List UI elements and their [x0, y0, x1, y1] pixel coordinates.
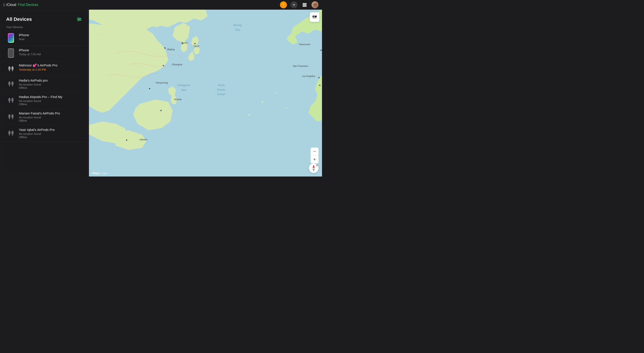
device-icon-airpods-yasir — [6, 128, 16, 138]
svg-point-41 — [182, 43, 183, 44]
svg-point-33 — [12, 131, 14, 135]
find-devices-title: Find Devices — [18, 3, 38, 7]
svg-point-37 — [275, 92, 276, 94]
maps-label: Maps — [93, 171, 100, 175]
svg-point-48 — [318, 77, 320, 78]
device-status: No location found — [19, 83, 83, 86]
device-offline: Offline — [19, 136, 83, 139]
device-info-airpods-hadias: Hadias Airpods Pro – Find My No location… — [19, 95, 83, 106]
zoom-in-button[interactable]: + — [310, 155, 318, 163]
legal-link[interactable]: Legal — [101, 172, 107, 175]
apple-maps-logo:  Maps — [91, 171, 100, 175]
iphone-screen-gray — [8, 49, 13, 57]
device-status: Today at 7:05 AM — [19, 53, 83, 56]
svg-rect-3 — [303, 5, 304, 6]
device-info-airpods-mariam: Mariam Faisal's AirPods Pro No location … — [19, 111, 83, 122]
device-name: Mahnoor 💕's AirPods Pro — [19, 63, 83, 67]
device-info-iphone-colored: iPhone Now — [19, 33, 83, 41]
device-status: Now — [19, 38, 83, 41]
svg-point-21 — [12, 81, 14, 85]
zoom-controls: − + — [310, 148, 318, 163]
svg-rect-7 — [304, 6, 305, 7]
device-icon-airpods-mahnoor — [6, 63, 16, 73]
avatar-button[interactable]: 🐻 — [312, 1, 318, 8]
svg-point-14 — [78, 20, 79, 21]
compass-label: N — [316, 164, 318, 166]
filter-button[interactable] — [76, 16, 83, 23]
device-info-airpods-mahnoor: Mahnoor 💕's AirPods Pro Yesterday at 2:2… — [19, 63, 83, 71]
device-name: Hadia's AirPods pro — [19, 79, 83, 82]
iphone-gray-icon — [8, 48, 14, 58]
topbar-logo:  iCloud Find Devices — [4, 3, 280, 7]
alert-button[interactable]: ! — [280, 1, 287, 8]
svg-point-27 — [8, 114, 10, 118]
device-item-iphone-gray[interactable]: iPhone Today at 7:05 AM — [2, 46, 87, 61]
device-icon-airpods-mariam — [6, 111, 16, 121]
section-label: Your Devices — [2, 26, 87, 31]
avatar-image: 🐻 — [312, 1, 318, 8]
device-list: iPhone Now iPhone Today at 7:05 AM — [2, 31, 87, 175]
svg-rect-2 — [305, 3, 306, 4]
svg-point-23 — [8, 98, 10, 102]
device-name: iPhone — [19, 48, 83, 52]
svg-point-47 — [320, 50, 322, 51]
device-name: Mariam Faisal's AirPods Pro — [19, 111, 83, 115]
filter-icon — [77, 17, 82, 22]
svg-point-42 — [194, 43, 196, 44]
device-item-airpods-hadia[interactable]: Hadia's AirPods pro No location found Of… — [2, 76, 87, 92]
sidebar: All Devices Your Devices — [2, 12, 87, 175]
zoom-out-button[interactable]: − — [310, 148, 318, 155]
svg-point-29 — [12, 114, 14, 118]
airpods-icon — [7, 64, 15, 72]
airpods-icon — [7, 112, 15, 120]
device-item-airpods-mahnoor[interactable]: Mahnoor 💕's AirPods Pro Yesterday at 2:2… — [2, 61, 87, 76]
device-offline: Offline — [19, 86, 83, 90]
svg-point-13 — [80, 19, 81, 20]
device-item-airpods-hadias-findmy[interactable]: Hadias Airpods Pro – Find My No location… — [2, 92, 87, 109]
device-status: No location found — [19, 132, 83, 136]
svg-point-15 — [8, 66, 10, 70]
svg-point-44 — [149, 88, 150, 89]
device-item-airpods-yasir[interactable]: Yasir Iqbal's AirPods Pro No location fo… — [2, 125, 87, 142]
svg-point-25 — [12, 98, 14, 102]
svg-point-38 — [286, 108, 287, 109]
svg-rect-0 — [303, 3, 304, 4]
svg-rect-6 — [303, 6, 304, 7]
map-type-button[interactable]: 🗺 — [310, 12, 319, 22]
main-layout: All Devices Your Devices — [0, 10, 322, 177]
device-name: iPhone — [19, 33, 83, 37]
icloud-brand: iCloud — [6, 3, 16, 7]
svg-point-43 — [163, 65, 164, 66]
svg-rect-22 — [12, 85, 13, 86]
svg-rect-28 — [9, 118, 10, 119]
device-status: Yesterday at 2:26 PM — [19, 68, 83, 71]
svg-rect-24 — [9, 102, 10, 103]
svg-rect-4 — [304, 5, 305, 6]
svg-rect-8 — [305, 6, 306, 7]
airpods-icon — [7, 129, 15, 137]
svg-rect-18 — [12, 70, 13, 71]
topbar-actions: ! + 🐻 — [280, 1, 318, 8]
map-svg — [89, 10, 322, 177]
add-button[interactable]: + — [290, 1, 298, 8]
iphone-screen — [8, 34, 13, 42]
map-area[interactable]: ·Beijing ·Seoul ·Tokyo ·Shanghai ·Hong K… — [89, 10, 322, 177]
compass[interactable]: N — [309, 163, 318, 173]
sidebar-header: All Devices — [2, 12, 87, 26]
device-item-iphone-colored[interactable]: iPhone Now — [2, 31, 87, 46]
svg-rect-34 — [12, 134, 13, 136]
device-icon-iphone-gray — [6, 48, 16, 58]
sidebar-title: All Devices — [6, 17, 32, 22]
apple-logo-icon:  — [91, 171, 92, 175]
device-item-airpods-mariam[interactable]: Mariam Faisal's AirPods Pro No location … — [2, 109, 87, 125]
device-name: Hadias Airpods Pro – Find My — [19, 95, 83, 99]
svg-point-49 — [319, 85, 320, 86]
device-info-airpods-hadia: Hadia's AirPods pro No location found Of… — [19, 79, 83, 90]
compass-north — [312, 165, 315, 168]
airpods-icon — [7, 96, 15, 104]
svg-rect-26 — [12, 102, 13, 103]
iphone-colored-icon — [8, 33, 14, 43]
svg-point-45 — [160, 110, 162, 111]
grid-button[interactable] — [301, 1, 308, 8]
airpods-icon — [7, 79, 15, 87]
